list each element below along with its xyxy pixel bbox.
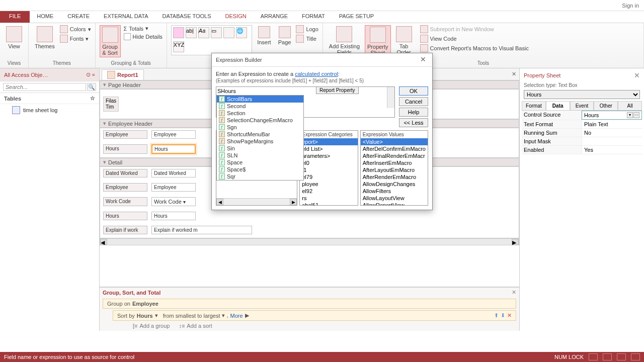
dialog-close-icon[interactable]: ✕	[418, 55, 428, 64]
gs-close-icon[interactable]: ✕	[512, 289, 516, 296]
hours-label2[interactable]: Hours	[103, 212, 147, 220]
totals-button[interactable]: Σ Totals ▾	[124, 25, 163, 32]
nav-search-input[interactable]	[3, 83, 86, 91]
delete-sort-icon[interactable]: ✕	[507, 312, 512, 319]
prop-row[interactable]: Input Mask	[522, 137, 642, 146]
horizontal-scrollbar[interactable]: ◀ ▶	[100, 238, 519, 245]
view-code-button[interactable]: View Code	[420, 35, 529, 43]
value-item[interactable]: AfterRenderEmMacro	[361, 173, 428, 180]
button-icon[interactable]: ▭	[211, 27, 222, 38]
insert-button[interactable]: Insert	[255, 25, 273, 46]
autocomplete-item[interactable]: ƒSection	[217, 110, 303, 117]
design-tab[interactable]: DESIGN	[218, 11, 253, 23]
format-tab[interactable]: FORMAT	[295, 11, 332, 23]
category-item[interactable]: abel51	[300, 202, 357, 205]
category-item[interactable]: t1	[300, 166, 357, 173]
autocomplete-item[interactable]: ƒSqr	[217, 173, 303, 180]
hyperlink-icon[interactable]: 🌐	[236, 27, 247, 38]
hours-textbox[interactable]: Hours	[151, 144, 196, 154]
textbox-icon[interactable]: ab|	[186, 27, 197, 38]
value-item[interactable]: <Value>	[361, 138, 428, 145]
report-property-button[interactable]: Report Property	[316, 86, 359, 94]
add-fields-button[interactable]: Add Existing Fields	[327, 25, 362, 56]
ok-button[interactable]: OK	[399, 86, 428, 96]
arrange-tab[interactable]: ARRANGE	[254, 11, 295, 23]
sort-bar[interactable]: Sort by Hours ▾ from smallest to largest…	[113, 310, 516, 321]
add-sort-button[interactable]: ↕≡ Add a sort	[179, 323, 212, 329]
nav-collapse-icon[interactable]: ⊙ «	[86, 71, 95, 78]
move-down-icon[interactable]: ⬇	[501, 312, 505, 319]
move-up-icon[interactable]: ⬆	[494, 312, 499, 319]
scroll-left-icon[interactable]: ◀	[100, 239, 107, 245]
autocomplete-item[interactable]: ƒSgn	[217, 124, 303, 131]
logo-button[interactable]: Logo	[296, 25, 318, 33]
themes-button[interactable]: Themes	[33, 25, 57, 50]
print-preview-icon[interactable]	[603, 353, 612, 360]
prop-tab-all[interactable]: All	[618, 101, 642, 110]
prop-row[interactable]: Running SumNo	[522, 129, 642, 137]
home-tab[interactable]: HOME	[30, 11, 60, 23]
database-tools-tab[interactable]: DATABASE TOOLS	[155, 11, 218, 23]
select-tool-icon[interactable]	[173, 27, 184, 38]
autocomplete-item[interactable]: ƒSin	[217, 145, 303, 152]
design-view-icon[interactable]	[631, 353, 640, 360]
report-view-icon[interactable]	[589, 353, 598, 360]
autocomplete-item[interactable]: ƒSpace$	[217, 166, 303, 173]
title-button[interactable]: Title	[296, 35, 318, 43]
autocomplete-list[interactable]: ƒScrollBarsƒSecondƒSectionƒSelectionChan…	[216, 95, 304, 180]
xyz-icon[interactable]: XYZ	[173, 41, 184, 52]
value-item[interactable]: AfterLayoutEmMacro	[361, 166, 428, 173]
work-code-combo[interactable]: Work Code ▾	[151, 197, 196, 206]
category-item[interactable]: el79	[300, 173, 357, 180]
selection-combo[interactable]: Hours	[524, 90, 640, 99]
value-item[interactable]: AfterDelConfirmEmMacro	[361, 145, 428, 152]
categories-list[interactable]: eport>eld List>arameters>el0t1el79ployee…	[300, 138, 357, 205]
prop-tab-event[interactable]: Event	[570, 101, 594, 110]
value-item[interactable]: AllowReportView	[361, 202, 428, 205]
convert-macros-button[interactable]: Convert Report's Macros to Visual Basic	[420, 44, 529, 52]
prop-tab-data[interactable]: Data	[546, 101, 570, 110]
autocomplete-item[interactable]: ƒShowPageMargins	[217, 138, 303, 145]
nav-item-time-sheet-log[interactable]: time sheet log	[0, 104, 99, 116]
prop-row[interactable]: Text FormatPlain Text	[522, 120, 642, 129]
work-code-label[interactable]: Work Code	[103, 197, 147, 206]
prop-sheet-close-icon[interactable]: ✕	[634, 71, 640, 79]
employee-label-ctrl[interactable]: Employee	[103, 130, 147, 139]
value-item[interactable]: AllowLayoutView	[361, 195, 428, 202]
prop-row[interactable]: EnabledYes	[522, 146, 642, 154]
category-item[interactable]: eld List>	[300, 145, 357, 152]
report-tab[interactable]: Report1	[102, 69, 144, 80]
help-button[interactable]: Help	[399, 108, 428, 117]
category-item[interactable]: rs	[300, 195, 357, 202]
tables-section[interactable]: Tables☆	[0, 93, 99, 104]
page-button[interactable]: Page	[276, 25, 293, 46]
less-button[interactable]: << Less	[399, 118, 428, 127]
subreport-button[interactable]: Subreport in New Window	[420, 25, 529, 33]
layout-view-icon[interactable]	[617, 353, 626, 360]
prop-tab-format[interactable]: Format	[522, 101, 546, 110]
prop-row[interactable]: Control SourceHours▾⋯	[522, 111, 642, 120]
group-bar[interactable]: Group on Employee	[103, 299, 516, 309]
search-icon[interactable]: 🔍	[87, 83, 96, 91]
explain-label[interactable]: Explain if work	[103, 226, 147, 234]
nav-header[interactable]: All Access Obje… ⊙ «	[0, 68, 99, 81]
hide-details-button[interactable]: Hide Details	[124, 33, 163, 40]
autocomplete-item[interactable]: ƒSLN	[217, 152, 303, 159]
expression-textarea[interactable]: S­Hours ƒScrollBarsƒSecondƒSectionƒSelec…	[216, 86, 395, 118]
value-item[interactable]: AllowFilters	[361, 188, 428, 195]
autocomplete-item[interactable]: ƒSecond	[217, 103, 303, 110]
scroll-right-icon[interactable]: ▶	[512, 239, 519, 245]
category-item[interactable]: eport>	[300, 138, 357, 145]
calculated-control-link[interactable]: calculated control	[295, 71, 338, 77]
page-setup-tab[interactable]: PAGE SETUP	[332, 11, 381, 23]
tab-order-button[interactable]: Tab Order	[394, 25, 414, 56]
value-item[interactable]: AfterInsertEmMacro	[361, 159, 428, 166]
colors-button[interactable]: Colors ▾	[60, 25, 91, 33]
file-tab[interactable]: FILE	[0, 11, 30, 23]
add-group-button[interactable]: [≡ Add a group	[133, 323, 170, 329]
value-item[interactable]: AllowDesignChanges	[361, 180, 428, 188]
employee-textbox2[interactable]: Employee	[151, 183, 196, 192]
dated-worked-textbox[interactable]: Dated Worked	[151, 169, 196, 177]
category-item[interactable]: arameters>	[300, 152, 357, 159]
employee-label2[interactable]: Employee	[103, 183, 147, 192]
